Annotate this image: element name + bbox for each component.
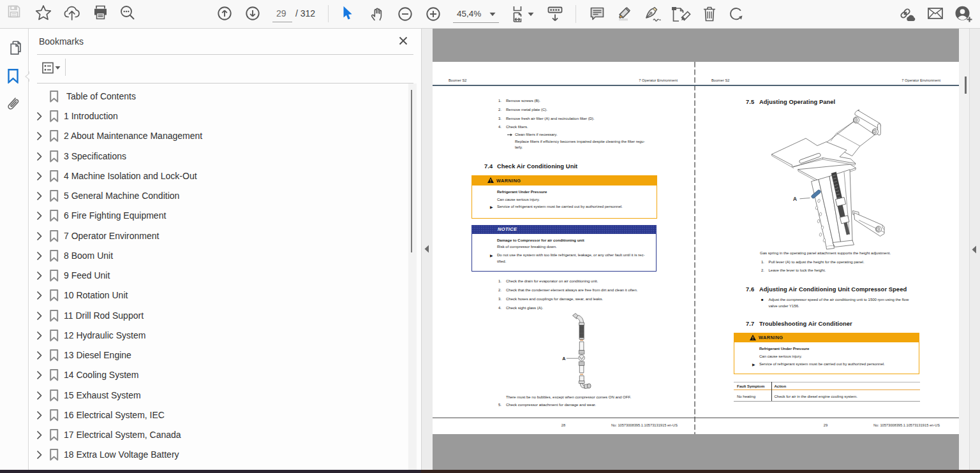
svg-text:A: A	[793, 196, 797, 202]
svg-text:A: A	[562, 356, 565, 361]
